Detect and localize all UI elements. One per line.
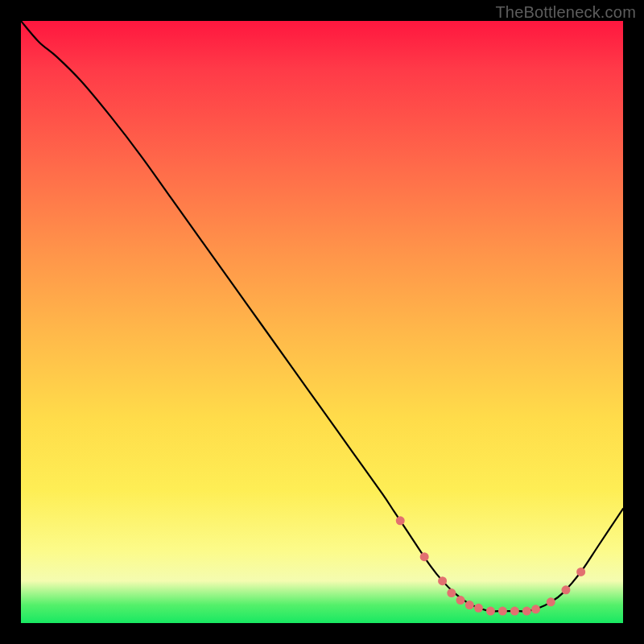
chart-plot-area <box>21 21 623 623</box>
highlight-dot <box>486 607 495 616</box>
highlight-dot <box>420 552 429 561</box>
highlight-dot <box>456 596 465 605</box>
chart-frame: TheBottleneck.com <box>0 0 644 644</box>
highlight-dot <box>531 605 540 613</box>
highlight-dot <box>438 576 447 585</box>
highlight-dot <box>396 516 405 525</box>
bottleneck-curve <box>21 21 623 611</box>
highlight-dot <box>561 585 570 594</box>
highlight-dot <box>474 604 483 613</box>
highlight-dot <box>447 588 456 597</box>
chart-svg <box>21 21 623 623</box>
highlight-dot <box>498 607 507 616</box>
highlight-dots <box>396 516 585 615</box>
highlight-dot <box>465 601 474 609</box>
highlight-dot <box>547 597 555 606</box>
highlight-dot <box>510 607 519 616</box>
highlight-dot <box>522 607 531 616</box>
watermark-text: TheBottleneck.com <box>495 3 636 22</box>
highlight-dot <box>576 568 585 576</box>
